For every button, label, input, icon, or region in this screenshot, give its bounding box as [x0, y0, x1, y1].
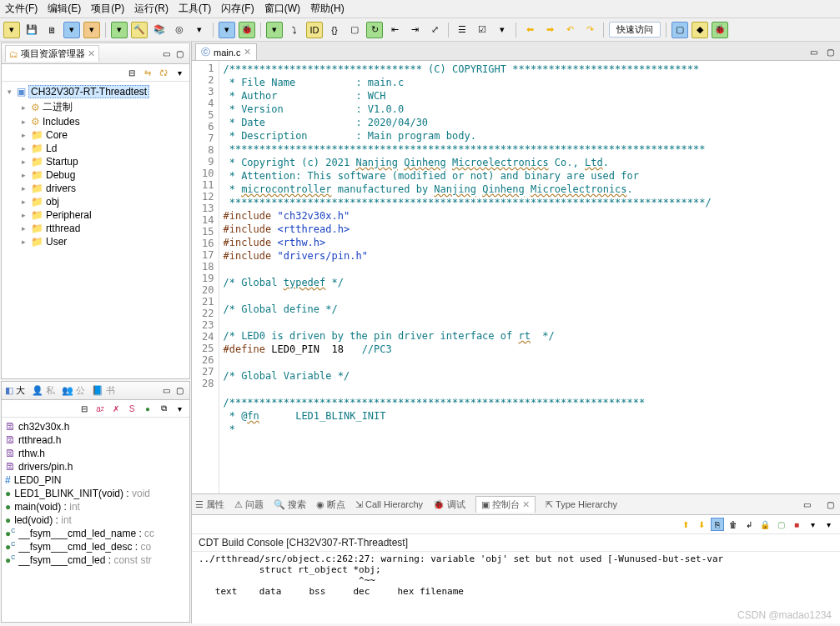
bottom-tab[interactable]: ⚠ 问题 [234, 498, 264, 511]
console-clear-icon[interactable]: 🗑 [727, 518, 740, 531]
bottom-tab[interactable]: ☰ 属性 [195, 498, 224, 511]
console-pin-icon[interactable]: ⎘ [711, 518, 724, 531]
console-up-icon[interactable]: ⬆ [679, 518, 692, 531]
outline-tab-private[interactable]: 👤 私 [32, 384, 55, 397]
outline-item[interactable]: ●led(void) : int [5, 513, 186, 527]
outline-max-icon[interactable]: ▢ [173, 384, 186, 398]
menu-item[interactable]: 编辑(E) [48, 2, 81, 16]
minimize-icon[interactable]: ▭ [159, 47, 173, 60]
outline-item[interactable]: 🖺drivers/pin.h [5, 460, 186, 473]
console-down-icon[interactable]: ⬇ [695, 518, 708, 531]
editor-max-icon[interactable]: ▢ [823, 45, 837, 58]
dot-icon[interactable]: ● [141, 402, 154, 415]
console-stop-icon[interactable]: ■ [790, 518, 803, 531]
expand-icon[interactable]: ⤢ [426, 22, 443, 38]
doc-icon[interactable]: ▾ [219, 22, 235, 38]
persp3-icon[interactable]: 🐞 [712, 22, 728, 38]
link-icon[interactable]: ⇆ [141, 66, 154, 79]
fwd-icon[interactable]: ➡ [541, 22, 558, 38]
hide-icon[interactable]: ✗ [109, 402, 123, 415]
save-all-icon[interactable]: 🗎 [43, 22, 60, 38]
btm-min-icon[interactable]: ▭ [800, 498, 813, 511]
code-editor[interactable]: /******************************** (C) CO… [219, 61, 840, 493]
palette-icon[interactable]: ▾ [83, 22, 100, 38]
editor-tab-mainc[interactable]: ⓒmain.c ✕ [195, 43, 257, 60]
run-icon[interactable]: ▾ [266, 22, 283, 38]
tree-folder[interactable]: ▸📁rtthread [19, 222, 186, 235]
outline-item[interactable]: ●main(void) : int [5, 500, 186, 513]
outline-item[interactable]: ●C__fsym___cmd_led_desc : co [5, 540, 186, 553]
sort-icon[interactable]: ⊟ [78, 402, 91, 415]
bottom-tab[interactable]: ◉ 断点 [316, 498, 345, 511]
back-icon[interactable]: ⬅ [521, 22, 538, 38]
outline-item[interactable]: 🖺rtthread.h [5, 433, 186, 447]
box-icon[interactable]: ▾ [191, 22, 208, 38]
indent-right-icon[interactable]: ⇥ [406, 22, 423, 38]
tree-folder[interactable]: ▸📁Core [19, 128, 186, 142]
view-menu-icon[interactable]: ▾ [173, 66, 186, 79]
outline-item[interactable]: 🖺rthw.h [5, 447, 186, 460]
save-icon[interactable]: 💾 [23, 22, 40, 38]
menu-item[interactable]: 运行(R) [134, 2, 169, 16]
outline-tab-large[interactable]: ◧ 大 [5, 384, 25, 397]
persp1-icon[interactable]: ▢ [671, 22, 688, 38]
bottom-tab[interactable]: ⇲ Call Hierarchy [355, 499, 423, 510]
project-tree[interactable]: ▾▣CH32V307-RT-Threadtest ▸⚙二进制▸⚙Includes… [2, 82, 189, 251]
persp2-icon[interactable]: ◆ [692, 22, 708, 38]
az-icon[interactable]: az [93, 402, 107, 415]
console-more-icon[interactable]: ▾ [822, 518, 835, 531]
close-icon[interactable]: ✕ [522, 499, 530, 510]
build-icon[interactable]: ▾ [111, 22, 128, 38]
step-over-icon[interactable]: ⤵ [286, 22, 303, 38]
btm-max-icon[interactable]: ▢ [823, 498, 837, 511]
tree-folder[interactable]: ▸📁Ld [19, 142, 186, 155]
console-lock-icon[interactable]: 🔒 [758, 518, 772, 531]
static-icon[interactable]: S [125, 402, 138, 415]
outline-item[interactable]: ●C__fsym___cmd_led_name : cc [5, 527, 186, 540]
outline-item[interactable]: 🖺ch32v30x.h [5, 420, 186, 433]
tree-folder[interactable]: ▸⚙二进制 [19, 99, 186, 115]
menu-item[interactable]: 闪存(F) [221, 2, 254, 16]
console-icon[interactable]: ▢ [346, 22, 363, 38]
close-icon[interactable]: ✕ [88, 48, 95, 59]
new-icon[interactable]: ▾ [3, 22, 20, 38]
bottom-tab[interactable]: 🐞 调试 [433, 498, 465, 511]
outline-min-icon[interactable]: ▭ [159, 384, 173, 398]
undo-icon[interactable]: ↶ [561, 22, 578, 38]
reload-icon[interactable]: ↻ [366, 22, 383, 38]
quick-access-input[interactable]: 快速访问 [609, 22, 661, 38]
tree-folder[interactable]: ▸📁Startup [19, 155, 186, 168]
brace-icon[interactable]: {} [326, 22, 343, 38]
outline-item[interactable]: #LED0_PIN [5, 473, 186, 487]
task-icon[interactable]: ☑ [474, 22, 490, 38]
bottom-tab[interactable]: ▣ 控制台 ✕ [475, 496, 536, 513]
console-new-icon[interactable]: ▢ [774, 518, 787, 531]
menu-item[interactable]: 文件(F) [5, 2, 38, 16]
tree-folder[interactable]: ▸📁Debug [19, 168, 186, 182]
books-icon[interactable]: 📚 [151, 22, 168, 38]
target-icon[interactable]: ◎ [171, 22, 188, 38]
outline-tab-public[interactable]: 👥 公 [62, 384, 85, 397]
bug-icon[interactable]: 🐞 [239, 22, 255, 38]
close-tab-icon[interactable]: ✕ [244, 47, 251, 58]
menu-item[interactable]: 项目(P) [91, 2, 124, 16]
collapse-icon[interactable]: ⊟ [125, 66, 138, 79]
outline-tab-book[interactable]: 📘 书 [92, 384, 115, 397]
menu-item[interactable]: 窗口(W) [264, 2, 300, 16]
console-wrap-icon[interactable]: ↲ [742, 518, 756, 531]
tree-folder[interactable]: ▸📁User [19, 235, 186, 248]
screen-icon[interactable]: ▾ [63, 22, 80, 38]
list-icon[interactable]: ☰ [454, 22, 470, 38]
refresh-icon[interactable]: 🗘 [157, 66, 170, 79]
tree-folder[interactable]: ▸📁drivers [19, 182, 186, 195]
bottom-tab[interactable]: 🔍 搜索 [274, 498, 306, 511]
tree-folder[interactable]: ▸📁Peripheral [19, 208, 186, 222]
hash-icon[interactable]: ⧉ [157, 402, 170, 415]
maximize-icon[interactable]: ▢ [173, 47, 186, 60]
menu-item[interactable]: 帮助(H) [310, 2, 345, 16]
filter-icon[interactable]: ▾ [494, 22, 511, 38]
bottom-tab[interactable]: ⇱ Type Hierarchy [546, 499, 617, 510]
id-icon[interactable]: ID [306, 22, 323, 38]
indent-left-icon[interactable]: ⇤ [386, 22, 403, 38]
tree-folder[interactable]: ▸📁obj [19, 195, 186, 208]
